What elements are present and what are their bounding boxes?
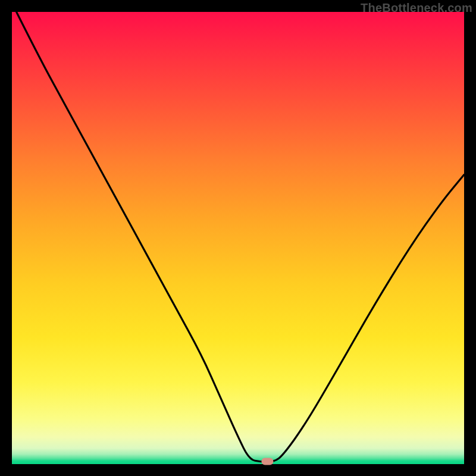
chart-frame: TheBottleneck.com [0, 0, 476, 476]
curve-line [17, 12, 464, 462]
watermark-text: TheBottleneck.com [361, 1, 472, 15]
plot-area [12, 12, 464, 464]
bottleneck-marker [261, 458, 273, 465]
bottleneck-curve [12, 12, 464, 464]
